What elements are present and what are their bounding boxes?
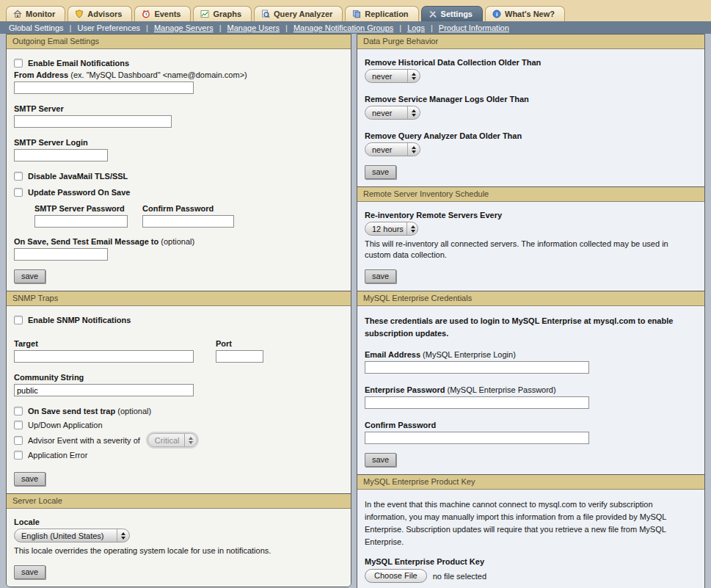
nav-separator: |	[399, 23, 401, 32]
section-title: SNMP Traps	[7, 291, 351, 306]
tools-icon	[429, 10, 437, 18]
smtp-password-label: SMTP Server Password	[34, 204, 128, 213]
nav-item-global-settings[interactable]: Global Settings	[9, 23, 64, 32]
advisor-event-checkbox[interactable]	[14, 436, 23, 445]
section-title: MySQL Enterprise Credentials	[357, 291, 704, 306]
send-test-trap-hint: (optional)	[117, 407, 151, 415]
stepper-arrows-icon	[406, 222, 418, 235]
info-icon: i	[492, 10, 501, 18]
nav-item-logs[interactable]: Logs	[407, 23, 425, 32]
tab-replication[interactable]: Replication	[345, 6, 418, 21]
stepper-arrows-icon	[117, 529, 129, 542]
choose-file-button[interactable]: Choose File	[365, 569, 427, 583]
snmp-traps-section: SNMP Traps Enable SNMP Notifications Tar…	[7, 291, 351, 493]
right-column: Data Purge Behavior Remove Historical Da…	[357, 34, 705, 588]
home-icon	[13, 10, 22, 18]
enterprise-email-hint: (MySQL Enterprise Login)	[423, 350, 516, 359]
reinventory-select[interactable]: 12 hours	[365, 222, 418, 236]
reinventory-label: Re-inventory Remote Servers Every	[365, 211, 697, 219]
historical-purge-label: Remove Historical Data Collection Older …	[365, 58, 697, 67]
tab-label: Query Analyzer	[274, 10, 332, 18]
enterprise-confirm-password-input[interactable]	[365, 432, 589, 444]
section-title: Remote Server Inventory Schedule	[357, 186, 704, 202]
tab-events[interactable]: Events	[134, 6, 191, 21]
nav-item-product-information[interactable]: Product Information	[439, 23, 509, 32]
svg-text:i: i	[496, 11, 497, 18]
smtp-password-input[interactable]	[34, 215, 128, 228]
port-input[interactable]	[216, 350, 263, 363]
stepper-arrows-icon	[407, 70, 420, 82]
locale-note: This locale overrides the operating syst…	[14, 545, 343, 556]
enterprise-email-input[interactable]	[365, 361, 589, 374]
logs-purge-select[interactable]: never	[365, 106, 420, 120]
tab-whats-new[interactable]: i What's New?	[485, 6, 565, 21]
port-label: Port	[216, 339, 263, 348]
clock-icon	[142, 10, 150, 18]
enterprise-confirm-label: Confirm Password	[365, 421, 697, 429]
community-string-label: Community String	[14, 373, 343, 382]
tab-query-analyzer[interactable]: Query Analyzer	[254, 6, 343, 21]
test-email-input[interactable]	[14, 248, 108, 261]
confirm-password-input[interactable]	[142, 215, 234, 228]
enable-snmp-notifications-label: Enable SNMP Notifications	[28, 316, 131, 324]
tab-label: What's New?	[505, 10, 555, 18]
locale-select[interactable]: English (United States)	[14, 529, 130, 542]
enterprise-password-input[interactable]	[365, 396, 589, 409]
purge-save-button[interactable]: save	[365, 165, 396, 179]
tab-advisors[interactable]: Advisors	[68, 6, 132, 21]
smtp-server-input[interactable]	[14, 115, 172, 128]
nav-separator: |	[70, 23, 72, 32]
tab-monitor[interactable]: Monitor	[6, 6, 65, 21]
test-email-hint: (optional)	[161, 237, 194, 246]
email-save-button[interactable]: save	[14, 269, 45, 283]
historical-purge-select[interactable]: never	[365, 69, 420, 83]
nav-item-manage-users[interactable]: Manage Users	[227, 23, 280, 32]
enable-email-notifications-checkbox[interactable]	[14, 59, 23, 68]
reinventory-note: This will re-inventory all connected ser…	[365, 239, 688, 261]
logs-purge-label: Remove Service Manager Logs Older Than	[365, 95, 697, 104]
smtp-login-input[interactable]	[14, 149, 108, 161]
enterprise-credentials-section: MySQL Enterprise Credentials These crede…	[357, 291, 704, 474]
locale-label: Locale	[14, 518, 343, 526]
target-input[interactable]	[14, 350, 194, 363]
enable-snmp-notifications-checkbox[interactable]	[14, 316, 23, 324]
credentials-save-button[interactable]: save	[365, 453, 396, 467]
test-email-label: On Save, Send Test Email Message to	[14, 237, 158, 246]
nav-item-user-preferences[interactable]: User Preferences	[77, 23, 140, 32]
disable-tls-label: Disable JavaMail TLS/SSL	[28, 172, 128, 181]
send-test-trap-checkbox[interactable]	[14, 407, 23, 415]
update-password-on-save-checkbox[interactable]	[14, 188, 23, 197]
stepper-arrows-icon	[407, 106, 420, 119]
chart-icon	[200, 10, 209, 18]
disable-tls-checkbox[interactable]	[14, 172, 23, 181]
severity-select[interactable]: Critical	[147, 433, 197, 447]
section-title: Data Purge Behavior	[357, 35, 704, 49]
application-error-checkbox[interactable]	[14, 451, 23, 460]
main-tab-bar: Monitor Advisors Events Graphs Query Ana…	[0, 0, 711, 21]
tab-graphs[interactable]: Graphs	[193, 6, 252, 21]
smtp-login-label: SMTP Server Login	[14, 138, 343, 147]
locale-save-button[interactable]: save	[14, 565, 45, 579]
left-column: Outgoing Email Settings Enable Email Not…	[6, 34, 351, 587]
updown-application-checkbox[interactable]	[14, 421, 23, 429]
remote-server-inventory-section: Remote Server Inventory Schedule Re-inve…	[357, 186, 704, 291]
community-string-input[interactable]	[14, 384, 194, 396]
tab-label: Events	[154, 10, 181, 18]
tab-settings[interactable]: Settings	[421, 6, 483, 21]
send-test-trap-label: On Save send test trap	[28, 407, 115, 415]
outgoing-email-settings-section: Outgoing Email Settings Enable Email Not…	[7, 35, 351, 291]
inventory-save-button[interactable]: save	[365, 269, 396, 283]
product-key-section: MySQL Enterprise Product Key In the even…	[357, 474, 704, 588]
nav-separator: |	[431, 23, 433, 32]
query-purge-select[interactable]: never	[365, 142, 420, 156]
snmp-save-button[interactable]: save	[14, 472, 45, 486]
from-address-hint: (ex. "MySQL Dashboard" <name@domain.com>…	[70, 70, 247, 79]
nav-separator: |	[219, 23, 222, 32]
nav-item-manage-servers[interactable]: Manage Servers	[154, 23, 214, 32]
nav-item-manage-notification-groups[interactable]: Manage Notification Groups	[293, 23, 393, 32]
no-file-selected-text: no file selected	[433, 572, 486, 581]
enterprise-password-hint: (MySQL Enterprise Password)	[448, 385, 556, 394]
from-address-input[interactable]	[14, 81, 194, 94]
tab-label: Replication	[365, 10, 408, 18]
magnifier-icon	[261, 10, 270, 18]
